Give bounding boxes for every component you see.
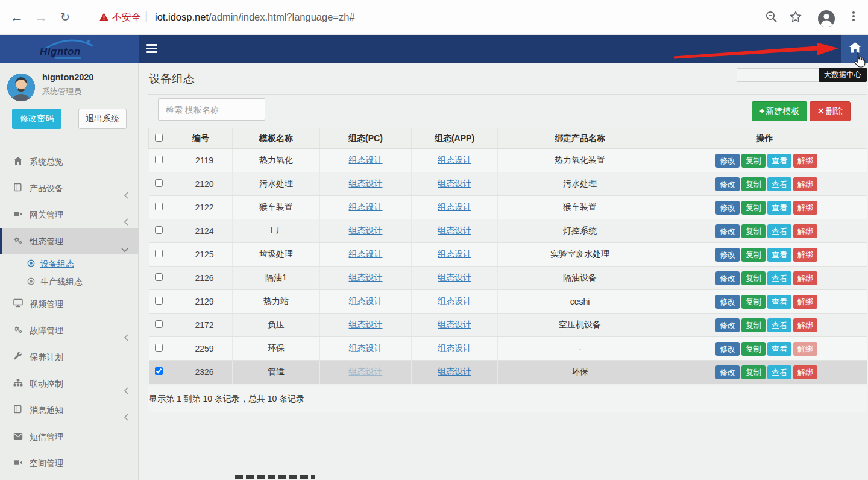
template-search-input[interactable] [158,98,265,121]
browser-profile-icon[interactable] [817,10,834,27]
unbind-button[interactable]: 解绑 [793,201,817,215]
edit-button[interactable]: 修改 [715,154,740,168]
unbind-button[interactable]: 解绑 [793,154,817,168]
config-design-pc-link[interactable]: 组态设计 [349,249,383,259]
sidebar-item-9[interactable]: 联动控制 [0,370,139,397]
submenu-item-4[interactable]: 设备组态 [0,254,139,273]
edit-button[interactable]: 修改 [715,365,740,379]
config-design-pc-link[interactable]: 组态设计 [349,178,383,188]
copy-button[interactable]: 复制 [741,342,766,356]
config-design-pc-link[interactable]: 组态设计 [349,202,383,212]
view-button[interactable]: 查看 [767,177,791,191]
sidebar-item-10[interactable]: 消息通知 [0,397,139,423]
insecure-warning-icon[interactable] [99,12,109,24]
edit-button[interactable]: 修改 [715,295,740,309]
sidebar-item-1[interactable]: 产品设备 [0,175,139,201]
config-design-app-link[interactable]: 组态设计 [438,178,471,188]
sidebar-item-0[interactable]: 系统总览 [0,148,139,175]
select-all-checkbox[interactable] [155,134,163,142]
unbind-button[interactable]: 解绑 [793,295,817,309]
browser-reload-icon[interactable]: ↻ [57,10,74,27]
logout-button[interactable]: 退出系统 [78,109,127,129]
sidebar-item-12[interactable]: 空间管理 [0,450,139,476]
sidebar-item-8[interactable]: 保养计划 [0,344,139,370]
config-design-pc-link[interactable]: 组态设计 [349,367,383,376]
edit-button[interactable]: 修改 [715,201,740,215]
topbar-input[interactable] [737,68,825,82]
edit-button[interactable]: 修改 [715,224,740,238]
insecure-label[interactable]: 不安全 [112,11,141,24]
sidebar-item-7[interactable]: 故障管理 [0,317,139,344]
row-checkbox[interactable] [155,320,163,328]
view-button[interactable]: 查看 [767,365,791,379]
config-design-pc-link[interactable]: 组态设计 [349,273,383,282]
copy-button[interactable]: 复制 [741,248,766,262]
config-design-app-link[interactable]: 组态设计 [438,343,471,353]
copy-button[interactable]: 复制 [741,295,766,309]
view-button[interactable]: 查看 [767,342,791,356]
copy-button[interactable]: 复制 [741,271,766,285]
browser-menu-icon[interactable] [846,10,861,25]
address-bar[interactable]: iot.idosp.net/admin/index.html?language=… [155,11,355,23]
unbind-button[interactable]: 解绑 [793,177,817,191]
row-checkbox[interactable] [155,367,163,375]
submenu-item-5[interactable]: 生产线组态 [0,273,139,291]
view-button[interactable]: 查看 [767,248,791,262]
sidebar-item-2[interactable]: 网关管理 [0,201,139,228]
unbind-button[interactable]: 解绑 [793,224,817,238]
bookmark-star-icon[interactable] [788,10,805,27]
change-password-button[interactable]: 修改密码 [12,109,61,129]
unbind-button[interactable]: 解绑 [793,365,817,379]
sidebar-item-11[interactable]: 短信管理 [0,423,139,450]
copy-button[interactable]: 复制 [741,224,766,238]
view-button[interactable]: 查看 [767,154,791,168]
browser-back-icon[interactable]: ← [8,10,25,27]
row-checkbox[interactable] [155,226,163,234]
row-checkbox[interactable] [155,156,163,163]
copy-button[interactable]: 复制 [741,201,766,215]
config-design-app-link[interactable]: 组态设计 [438,155,471,165]
config-design-pc-link[interactable]: 组态设计 [349,343,383,353]
config-design-app-link[interactable]: 组态设计 [438,249,471,259]
view-button[interactable]: 查看 [767,295,791,309]
copy-button[interactable]: 复制 [741,177,766,191]
config-design-pc-link[interactable]: 组态设计 [349,226,383,235]
zoom-indicator-icon[interactable] [764,10,781,27]
unbind-button[interactable]: 解绑 [793,342,817,356]
config-design-pc-link[interactable]: 组态设计 [349,320,383,329]
row-checkbox[interactable] [155,344,163,352]
view-button[interactable]: 查看 [767,318,791,332]
unbind-button[interactable]: 解绑 [793,248,817,262]
config-design-app-link[interactable]: 组态设计 [438,320,471,329]
row-checkbox[interactable] [155,250,163,257]
row-checkbox[interactable] [155,203,163,210]
copy-button[interactable]: 复制 [741,154,766,168]
view-button[interactable]: 查看 [767,201,791,215]
row-checkbox[interactable] [155,179,163,187]
config-design-app-link[interactable]: 组态设计 [438,226,471,235]
edit-button[interactable]: 修改 [715,248,740,262]
hamburger-menu-icon[interactable] [146,44,157,54]
sidebar-item-3[interactable]: 组态管理 [0,228,139,254]
config-design-app-link[interactable]: 组态设计 [438,202,471,212]
view-button[interactable]: 查看 [767,224,791,238]
view-button[interactable]: 查看 [767,271,791,285]
delete-button[interactable]: ✕删除 [810,101,851,121]
config-design-app-link[interactable]: 组态设计 [438,273,471,282]
unbind-button[interactable]: 解绑 [793,318,817,332]
copy-button[interactable]: 复制 [741,365,766,379]
browser-forward-icon[interactable]: → [33,10,49,27]
config-design-app-link[interactable]: 组态设计 [438,296,471,306]
copy-button[interactable]: 复制 [741,318,766,332]
edit-button[interactable]: 修改 [715,318,740,332]
sidebar-item-6[interactable]: 视频管理 [0,291,139,317]
new-template-button[interactable]: +新建模板 [752,101,807,121]
row-checkbox[interactable] [155,273,163,281]
edit-button[interactable]: 修改 [715,177,740,191]
unbind-button[interactable]: 解绑 [793,271,817,285]
row-checkbox[interactable] [155,297,163,305]
edit-button[interactable]: 修改 [715,342,740,356]
config-design-app-link[interactable]: 组态设计 [438,367,471,376]
config-design-pc-link[interactable]: 组态设计 [349,296,383,306]
edit-button[interactable]: 修改 [715,271,740,285]
